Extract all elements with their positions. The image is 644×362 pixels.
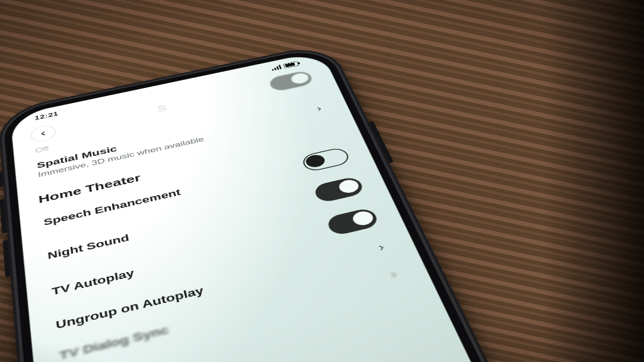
- night-sound-label: Night Sound: [47, 233, 130, 262]
- phone-screen: 12:21 S: [10, 51, 526, 362]
- speech-enhancement-toggle[interactable]: [301, 146, 352, 173]
- row-tv-dialog-sync[interactable]: TV Dialog Sync: [55, 258, 411, 362]
- chevron-right-icon: [311, 103, 328, 114]
- chevron-right-icon: [383, 267, 404, 283]
- page-title: S: [156, 101, 174, 114]
- back-button[interactable]: [30, 124, 57, 143]
- tv-dialog-sync-label: TV Dialog Sync: [58, 323, 170, 362]
- night-sound-toggle[interactable]: [313, 176, 365, 204]
- status-time: 12:21: [35, 111, 59, 121]
- ungroup-label: Ungroup on Autoplay: [55, 285, 205, 332]
- mute-switch[interactable]: [0, 172, 3, 187]
- phone-frame: 12:21 S: [0, 43, 550, 362]
- chevron-right-icon: [371, 240, 392, 255]
- volume-up-button[interactable]: [0, 199, 7, 234]
- volume-down-button[interactable]: [3, 239, 11, 278]
- tv-autoplay-toggle[interactable]: [325, 207, 380, 236]
- chevron-left-icon: [38, 130, 48, 137]
- battery-icon: [283, 61, 299, 69]
- cellular-icon: [271, 65, 282, 70]
- tv-autoplay-label: TV Autoplay: [51, 267, 135, 298]
